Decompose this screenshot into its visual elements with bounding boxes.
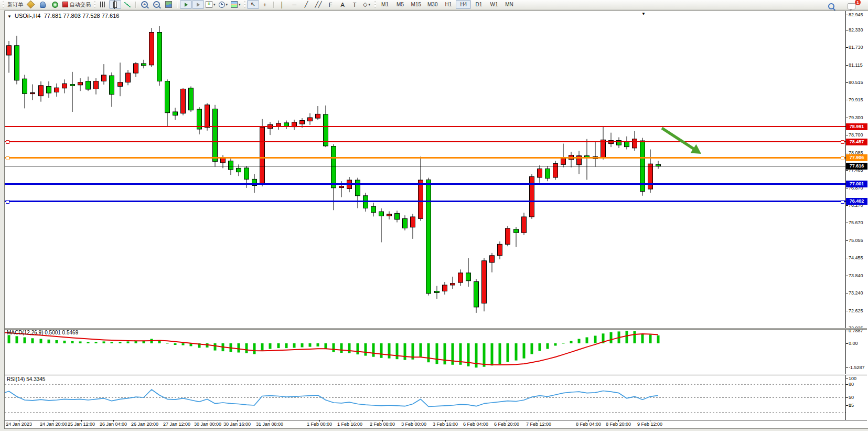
level-drag-handle[interactable]: [841, 200, 844, 204]
price-level-line-77.616[interactable]: [5, 166, 845, 166]
collapse-triangle-icon[interactable]: ▼: [7, 14, 12, 19]
macd-histogram-bar: [269, 343, 272, 349]
time-label: 6 Feb 04:00: [463, 422, 488, 427]
price-level-line-76.402[interactable]: [5, 201, 845, 202]
toolbar-drag-handle[interactable]: [374, 1, 376, 8]
axis-tick-mark: [845, 343, 848, 344]
level-drag-handle[interactable]: [841, 140, 844, 144]
price-level-line-77.001[interactable]: [5, 183, 845, 185]
chat-bubble-icon: [848, 3, 855, 9]
timeframe-D1[interactable]: D1: [471, 0, 486, 9]
clock-icon: [219, 2, 225, 8]
zoom-out-button[interactable]: −: [151, 0, 163, 9]
candle-body: [522, 217, 527, 233]
separator: [177, 2, 178, 8]
notification-badge: 1: [855, 0, 861, 5]
level-drag-handle[interactable]: [841, 156, 844, 160]
chevron-down-icon: ▾: [226, 3, 228, 7]
terminal-panel-icon[interactable]: [49, 0, 61, 9]
market-watch-icon[interactable]: [25, 0, 37, 9]
search-button[interactable]: [825, 2, 837, 10]
toolbar-drag-handle[interactable]: [3, 1, 4, 8]
trend-arrow-shaft[interactable]: [662, 128, 695, 150]
macd-histogram-bar: [285, 343, 288, 348]
timeframe-H4[interactable]: H4: [456, 0, 471, 9]
timeframe-W1[interactable]: W1: [486, 0, 501, 9]
chat-button[interactable]: 1: [845, 2, 858, 10]
person-icon: [40, 2, 46, 8]
text-tool-button[interactable]: A: [337, 0, 349, 9]
trendline-tool-button[interactable]: ╱: [301, 0, 313, 9]
tile-windows-button[interactable]: [163, 0, 175, 9]
chart-shift-button[interactable]: [192, 0, 204, 9]
level-drag-handle[interactable]: [6, 140, 9, 144]
candle-body: [411, 217, 415, 227]
timeframe-M5[interactable]: M5: [393, 0, 408, 9]
time-label: 3 Feb 00:00: [401, 422, 426, 427]
zoom-in-button[interactable]: +: [138, 0, 151, 9]
price-tick: 75.670: [849, 220, 868, 225]
time-axis[interactable]: 24 Jan 202324 Jan 20:0025 Jan 12:0026 Ja…: [5, 421, 867, 427]
separator: [135, 2, 136, 8]
timeframe-H1[interactable]: H1: [441, 0, 456, 9]
macd-histogram-bar: [166, 343, 169, 343]
auto-trading-label: 自动交易: [70, 1, 91, 8]
macd-histogram-bar: [531, 343, 533, 354]
auto-trading-button[interactable]: 自动交易: [61, 0, 92, 9]
horizontal-line-tool-button[interactable]: ─: [288, 0, 301, 9]
macd-histogram-bar: [174, 343, 177, 345]
price-level-line-78.457[interactable]: [5, 141, 845, 142]
rsi-axis-tick: 100: [849, 376, 868, 381]
axis-tick-mark: [845, 118, 848, 118]
panel-separator[interactable]: [5, 328, 867, 330]
crosshair-tool-button[interactable]: +: [259, 0, 271, 9]
toolbar-drag-handle[interactable]: [244, 1, 245, 8]
shapes-tool-button[interactable]: ◇▾: [361, 0, 373, 9]
axis-tick-mark: [845, 47, 848, 48]
channel-tool-button[interactable]: ╱╱: [313, 0, 325, 9]
timeframe-MN[interactable]: MN: [501, 0, 517, 9]
candle-body: [316, 114, 320, 118]
macd-histogram-bar: [309, 343, 312, 347]
level-drag-handle[interactable]: [6, 156, 9, 160]
time-label: 1 Feb 16:00: [337, 422, 362, 427]
add-indicator-button[interactable]: +▾: [204, 0, 217, 9]
candle-body: [561, 159, 566, 165]
time-label: 26 Jan 20:00: [131, 422, 158, 427]
chart-shift-marker[interactable]: ▼: [641, 12, 646, 16]
macd-histogram-bar: [8, 335, 10, 343]
new-order-button[interactable]: 新订单: [6, 0, 25, 9]
period-menu-button[interactable]: ▾: [217, 0, 230, 9]
search-icon: [828, 3, 834, 9]
price-level-badge: 78.991: [846, 123, 867, 130]
price-tick: 79.300: [849, 115, 868, 120]
timeframe-M30[interactable]: M30: [424, 0, 441, 9]
auto-scroll-icon: [185, 3, 188, 7]
price-level-line-78.991[interactable]: [5, 126, 845, 127]
panel-separator[interactable]: [5, 374, 867, 375]
line-chart-button[interactable]: [121, 0, 133, 9]
trend-arrow-head[interactable]: [691, 144, 702, 154]
fibonacci-tool-button[interactable]: F: [325, 0, 337, 9]
gem-icon: [27, 1, 35, 9]
template-menu-button[interactable]: ▾: [229, 0, 242, 9]
candle-body: [419, 180, 423, 218]
macd-histogram-bar: [515, 343, 518, 361]
cursor-tool-button[interactable]: ↖: [247, 0, 259, 9]
price-level-line-77.906[interactable]: [5, 157, 845, 159]
candle-chart-button[interactable]: [109, 0, 121, 9]
bar-chart-button[interactable]: [97, 0, 109, 9]
zoom-in-icon: +: [141, 1, 148, 8]
level-drag-handle[interactable]: [6, 200, 9, 204]
auto-scroll-button[interactable]: [180, 0, 192, 9]
toolbar-drag-handle[interactable]: [94, 1, 95, 8]
candle-body: [331, 146, 336, 188]
label-tool-button[interactable]: T: [349, 0, 361, 9]
candle-body: [94, 81, 99, 89]
timeframe-M15[interactable]: M15: [408, 0, 424, 9]
vertical-line-tool-button[interactable]: │: [276, 0, 288, 9]
timeframe-M1[interactable]: M1: [378, 0, 393, 9]
macd-histogram-bar: [404, 343, 406, 360]
navigator-icon[interactable]: [37, 0, 49, 9]
macd-histogram-bar: [325, 343, 327, 349]
